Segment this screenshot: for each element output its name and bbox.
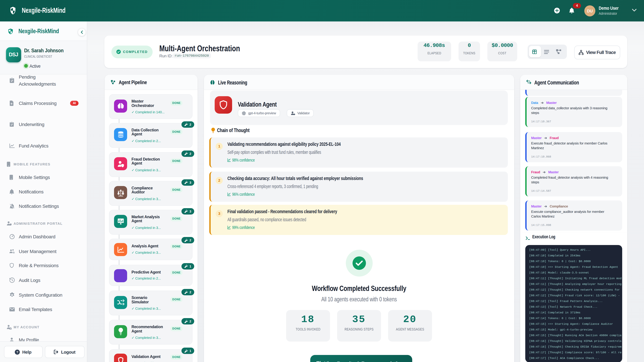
svg-text:?: ? [16,350,18,354]
